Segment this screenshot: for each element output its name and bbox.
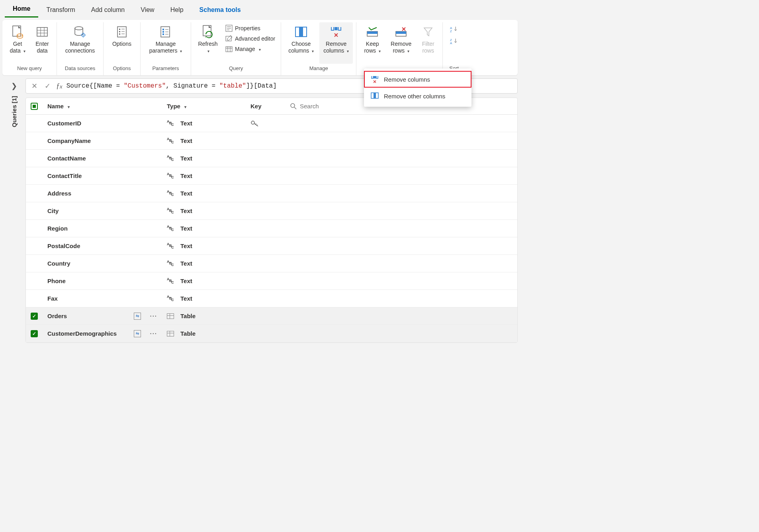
tab-add-column[interactable]: Add column [83,2,133,18]
row-type: Text [180,190,192,197]
expand-queries-button[interactable]: ❯ [10,82,18,90]
text-type-icon: C [167,155,174,162]
svg-rect-10 [117,27,126,37]
svg-rect-11 [119,29,120,30]
get-data-icon [12,24,23,40]
more-button[interactable]: ··· [150,330,157,337]
text-type-icon: C [167,120,174,127]
row-type: Text [180,278,192,284]
row-checkbox[interactable]: ✓ [31,313,38,320]
svg-rect-45 [374,76,376,78]
text-type-icon: C [167,278,174,284]
row-checkbox[interactable]: ✓ [31,330,38,337]
remove-rows-button[interactable]: Remove rows [387,22,415,64]
row-type: Text [180,295,192,302]
row-type: Text [180,155,192,162]
select-all-checkbox[interactable] [31,103,38,110]
properties-label: Properties [235,25,260,31]
svg-point-7 [75,27,83,30]
advanced-editor-icon [225,35,233,42]
svg-point-1 [17,34,23,36]
tab-transform[interactable]: Transform [38,2,83,18]
table-row[interactable]: ✓CustomerDemographics⇆···Table [26,325,517,342]
sort-desc-icon: ZA [450,38,458,44]
table-row[interactable]: ✓Orders⇆···Table [26,307,517,325]
ribbon-group-new-query: Get data Enter data New query [2,22,57,75]
get-data-button[interactable]: Get data [6,22,29,64]
table-row[interactable]: CityCText [26,202,517,220]
sort-desc-button[interactable]: ZA [450,36,458,46]
tab-schema-tools[interactable]: Schema tools [192,2,249,18]
row-type: Text [180,172,192,179]
header-key[interactable]: Key [246,103,286,110]
filter-rows-icon [423,24,434,40]
fx-icon: ƒx [56,82,63,90]
dropdown-remove-columns-label: Remove columns [384,76,430,83]
svg-rect-35 [299,27,303,37]
table-row[interactable]: AddressCText [26,185,517,202]
table-row[interactable]: RegionCText [26,220,517,237]
table-row[interactable]: PostalCodeCText [26,237,517,255]
manage-query-button[interactable]: Manage [223,44,278,54]
dropdown-remove-other-columns[interactable]: Remove other columns [364,88,471,104]
table-row[interactable]: ContactNameCText [26,150,517,167]
advanced-editor-button[interactable]: Advanced editor [223,33,278,44]
tab-home[interactable]: Home [5,1,38,18]
table-row[interactable]: CustomerIDCText [26,115,517,132]
key-icon [250,120,259,127]
filter-rows-button[interactable]: Filter rows [417,22,439,64]
svg-text:A: A [450,41,452,44]
filter-rows-label: Filter rows [419,41,438,54]
svg-rect-19 [162,31,164,33]
sort-name-icon [66,103,70,110]
options-button[interactable]: Options [107,22,137,64]
ribbon-group-rows: Keep rows Remove rows Filter rows [356,22,443,75]
table-type-icon [167,331,174,336]
manage-parameters-button[interactable]: Manage parameters [144,22,188,64]
table-row[interactable]: CompanyNameCText [26,132,517,150]
ribbon-group-label-manage-columns: Manage [309,64,328,74]
formula-commit-button[interactable]: ✓ [43,82,52,90]
table-row[interactable]: FaxCText [26,290,517,307]
svg-rect-18 [162,29,164,30]
header-name[interactable]: Name [43,103,162,110]
manage-parameters-icon [160,24,172,40]
tab-view[interactable]: View [133,2,162,18]
search-input[interactable] [299,102,347,110]
sort-asc-button[interactable]: AZ [450,24,458,34]
svg-rect-40 [396,31,406,34]
table-row[interactable]: ContactTitleCText [26,167,517,185]
enter-data-label: Enter data [33,41,52,54]
keep-rows-icon [366,24,378,40]
manage-connections-button[interactable]: Manage connections [60,22,100,64]
refresh-button[interactable]: Refresh [194,22,221,64]
queries-sidebar: ❯ Queries [1] [2,78,25,343]
remove-columns-button[interactable]: Remove columns [319,22,353,64]
remove-columns-icon [330,24,342,40]
formula-input[interactable]: Source{[Name = "Customers", Signature = … [67,82,277,90]
more-button[interactable]: ··· [150,313,157,319]
row-type: Text [180,137,192,144]
text-type-icon: C [167,138,174,144]
svg-rect-30 [226,47,232,52]
table-row[interactable]: CountryCText [26,255,517,272]
expand-icon[interactable]: ⇆ [134,313,141,320]
keep-rows-button[interactable]: Keep rows [360,22,385,64]
dropdown-remove-columns[interactable]: Remove columns [364,71,471,88]
header-type[interactable]: Type [162,103,246,110]
choose-columns-button[interactable]: Choose columns [284,22,318,64]
manage-connections-icon [73,24,87,40]
text-type-icon: C [167,190,174,197]
choose-columns-icon [295,24,307,40]
ribbon: Get data Enter data New query Manage [2,20,518,75]
table-row[interactable]: PhoneCText [26,272,517,290]
expand-icon[interactable]: ⇆ [134,330,141,337]
formula-cancel-button[interactable]: ✕ [30,82,39,90]
row-type: Text [180,120,192,127]
properties-button[interactable]: Properties [223,23,278,33]
ribbon-group-label-new-query: New query [17,64,42,74]
search-icon [290,103,297,110]
enter-data-button[interactable]: Enter data [31,22,53,64]
tab-help[interactable]: Help [162,2,192,18]
ribbon-group-label-query: Query [229,64,243,74]
